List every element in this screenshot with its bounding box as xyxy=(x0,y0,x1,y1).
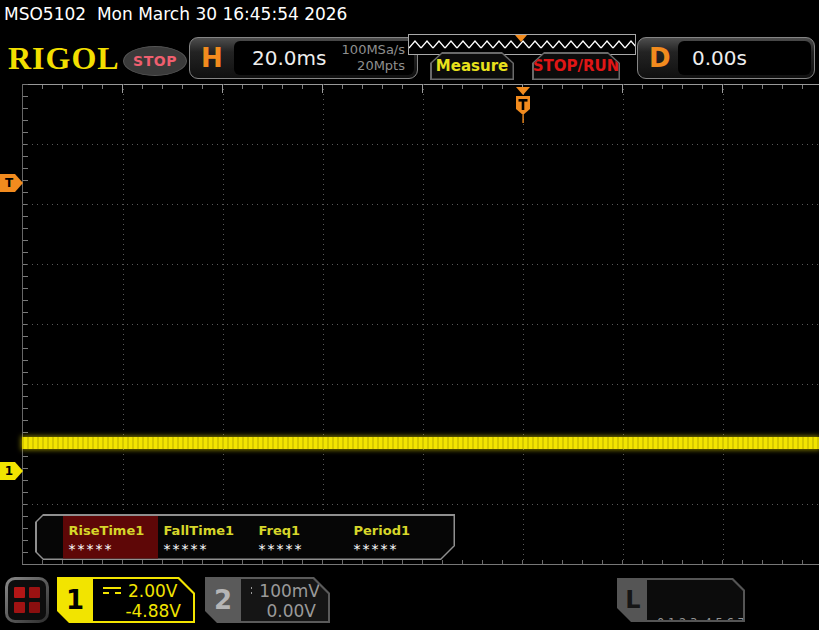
logic-analyzer-block[interactable]: L 0 1 2 3 4 5 6 7 8 9 10 11 12 13 14 15 xyxy=(617,578,745,622)
channel1-scale: 2.00V xyxy=(128,581,177,601)
channel1-number: 1 xyxy=(57,577,93,623)
acquisition-info: 100MSa/s 20Mpts xyxy=(342,42,414,75)
measurement-period[interactable]: Period1 ***** xyxy=(348,516,443,559)
measurement-falltime[interactable]: FallTime1 ***** xyxy=(158,516,253,559)
trigger-position-marker[interactable] xyxy=(513,87,533,123)
dc-coupling-icon xyxy=(251,587,252,598)
logic-analyzer-label: L xyxy=(617,578,649,622)
logic-channel-numbers: 0 1 2 3 4 5 6 7 8 9 10 11 12 13 14 15 xyxy=(647,580,743,620)
trigger-level-marker[interactable]: T xyxy=(0,174,23,192)
gridline-horizontal xyxy=(22,144,819,145)
graticule-top-major-ticks xyxy=(22,85,819,93)
gridline-horizontal xyxy=(22,204,819,205)
menu-grid-icon xyxy=(8,580,46,620)
stop-run-button[interactable]: STOP/RUN xyxy=(532,52,620,80)
timebase-value: 20.0ms xyxy=(234,46,326,70)
channel2-number: 2 xyxy=(205,577,241,623)
measurement-risetime[interactable]: RiseTime1 ***** xyxy=(63,516,158,559)
delay-label: D xyxy=(649,38,671,78)
horizontal-label: H xyxy=(201,38,223,78)
channel1-trace xyxy=(22,437,819,449)
channel2-status-block[interactable]: 2 100mV 0.00V xyxy=(205,577,330,623)
graticule-bottom-border xyxy=(22,564,819,565)
gridline-horizontal xyxy=(22,504,819,505)
channel2-offset: 0.00V xyxy=(251,601,320,621)
menu-grid-button[interactable] xyxy=(5,577,49,623)
waveform-overview-strip[interactable] xyxy=(408,34,636,55)
gridline-horizontal xyxy=(22,264,819,265)
rigol-logo: RIGOL xyxy=(8,40,120,77)
sample-rate: 100MSa/s xyxy=(342,42,405,58)
gridline-horizontal xyxy=(22,384,819,385)
channel2-scale: 100mV xyxy=(259,581,320,601)
gridline-horizontal-center xyxy=(22,324,819,325)
delay-settings-block[interactable]: D 0.00s xyxy=(637,37,815,79)
horizontal-settings-block[interactable]: H 20.0ms 100MSa/s 20Mpts xyxy=(189,37,418,79)
overview-trigger-position-icon[interactable] xyxy=(515,35,527,42)
delay-value: 0.00s xyxy=(678,46,747,70)
model-and-datetime: MSO5102 Mon March 30 16:45:54 2026 xyxy=(4,4,347,24)
dc-coupling-icon xyxy=(103,587,121,598)
channel1-status-block[interactable]: 1 2.00V -4.88V xyxy=(57,577,195,623)
memory-depth: 20Mpts xyxy=(342,58,405,74)
oscilloscope-screen: MSO5102 Mon March 30 16:45:54 2026 RIGOL… xyxy=(0,0,819,630)
measure-button[interactable]: Measure xyxy=(430,52,514,80)
measurement-panel: RiseTime1 ***** FallTime1 ***** Freq1 **… xyxy=(35,514,455,560)
channel1-offset-marker[interactable]: 1 xyxy=(0,462,23,480)
measurement-freq[interactable]: Freq1 ***** xyxy=(253,516,348,559)
run-state-badge: STOP xyxy=(123,46,187,76)
channel1-offset: -4.88V xyxy=(103,601,185,621)
graticule-bottom-ticks xyxy=(22,560,819,564)
